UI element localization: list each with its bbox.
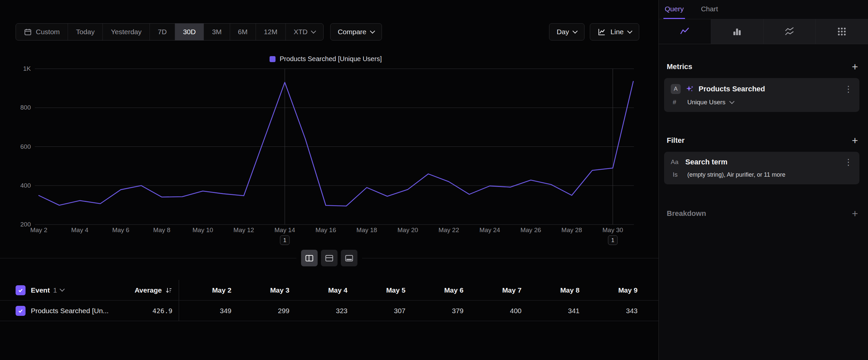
svg-text:May 16: May 16 xyxy=(315,226,336,233)
svg-text:May 8: May 8 xyxy=(153,226,170,233)
svg-text:600: 600 xyxy=(20,143,31,150)
layout-toggle-group xyxy=(297,250,362,266)
svg-text:1: 1 xyxy=(283,237,286,244)
add-breakdown-button[interactable]: + xyxy=(852,209,858,218)
row-checkbox[interactable] xyxy=(16,306,26,316)
date-column-header: May 9 xyxy=(580,286,638,294)
date-column-header: May 6 xyxy=(405,286,464,294)
add-filter-button[interactable]: + xyxy=(852,136,858,145)
chevron-down-icon xyxy=(572,28,578,33)
stacked-line-chart-type-button[interactable] xyxy=(764,19,816,44)
metric-icon xyxy=(837,26,847,37)
date-range-label: Custom xyxy=(36,28,60,36)
compare-button[interactable]: Compare xyxy=(330,23,382,40)
metric-type-button[interactable] xyxy=(816,19,868,44)
svg-text:May 26: May 26 xyxy=(521,226,541,233)
tab-chart[interactable]: Chart xyxy=(700,0,719,19)
text-property-icon: Aa xyxy=(671,159,681,166)
svg-text:May 4: May 4 xyxy=(71,226,89,233)
event-count: 1 xyxy=(53,286,57,294)
svg-text:1K: 1K xyxy=(23,65,31,72)
hash-icon: # xyxy=(673,99,683,106)
date-range-yesterday[interactable]: Yesterday xyxy=(103,24,150,40)
chart-legend-item[interactable]: Products Searched [Unique Users] xyxy=(16,55,636,63)
chart-toolbar: Custom Today Yesterday 7D 30D 3M 6M 12M … xyxy=(16,23,639,40)
filter-section-header: Filter + xyxy=(667,136,858,145)
metrics-section-header: Metrics + xyxy=(667,62,858,72)
layout-split-icon xyxy=(305,253,314,263)
value-cell: 400 xyxy=(464,307,522,315)
layout-split-horizontal-button[interactable] xyxy=(321,250,338,266)
filter-value: (empty string), Air purifier, or 11 more xyxy=(687,171,785,178)
more-options-icon[interactable]: ⋮ xyxy=(844,158,853,166)
average-header-label: Average xyxy=(134,286,162,294)
date-range-custom[interactable]: Custom xyxy=(16,24,68,40)
svg-text:May 14: May 14 xyxy=(275,226,296,233)
query-panel: Query Chart Metrics + xyxy=(659,0,868,360)
select-all-checkbox[interactable] xyxy=(16,285,26,295)
line-chart[interactable]: 1K80060040020011May 2May 4May 6May 8May … xyxy=(16,63,636,249)
add-metric-button[interactable]: + xyxy=(852,62,858,72)
value-cell: 341 xyxy=(522,307,580,315)
value-cell: 379 xyxy=(405,307,464,315)
date-range-today[interactable]: Today xyxy=(68,24,103,40)
date-range-30d[interactable]: 30D xyxy=(175,24,204,40)
svg-text:May 22: May 22 xyxy=(438,226,459,233)
filter-operator: Is xyxy=(673,171,683,178)
legend-label: Products Searched [Unique Users] xyxy=(280,55,382,63)
table-header-row: Event 1 Average May 2 May 3 May 4 May 5 … xyxy=(0,280,658,301)
layout-split-vertical-button[interactable] xyxy=(301,250,318,266)
event-column-header[interactable]: Event 1 xyxy=(31,286,114,294)
average-value: 426.9 xyxy=(153,307,173,315)
value-cell: 307 xyxy=(347,307,405,315)
filter-card[interactable]: Aa Search term ⋮ Is (empty string), Air … xyxy=(664,152,859,184)
chevron-down-icon xyxy=(311,28,316,33)
table-row: Products Searched [Un... 426.9 349 299 3… xyxy=(0,301,658,321)
aggregation-selector[interactable]: # Unique Users xyxy=(671,99,853,106)
date-range-3m[interactable]: 3M xyxy=(204,24,230,40)
date-range-selector: Custom Today Yesterday 7D 30D 3M 6M 12M … xyxy=(16,23,323,40)
date-range-12m[interactable]: 12M xyxy=(256,24,286,40)
chevron-down-icon xyxy=(730,99,735,104)
date-column-header: May 2 xyxy=(179,286,231,294)
line-chart-icon xyxy=(679,26,690,37)
aggregation-label: Unique Users xyxy=(687,99,725,106)
svg-text:May 12: May 12 xyxy=(234,226,254,233)
filter-property-name: Search term xyxy=(685,158,839,166)
metric-card[interactable]: A Products Searched ⋮ # Unique Users xyxy=(664,78,859,112)
chevron-down-icon xyxy=(60,286,65,292)
series-name: Products Searched [Un... xyxy=(31,307,109,315)
date-range-7d[interactable]: 7D xyxy=(150,24,175,40)
chart-type-dropdown[interactable]: Line xyxy=(590,23,639,40)
svg-text:May 30: May 30 xyxy=(602,226,623,233)
bar-chart-type-button[interactable] xyxy=(711,19,764,44)
layout-bottom-panel-button[interactable] xyxy=(341,250,358,266)
layout-bottom-icon xyxy=(344,253,354,263)
calendar-icon xyxy=(24,28,32,36)
bar-chart-icon xyxy=(732,26,742,37)
panel-tabs: Query Chart xyxy=(659,0,868,19)
breakdown-title: Breakdown xyxy=(667,209,706,218)
filter-condition[interactable]: Is (empty string), Air purifier, or 11 m… xyxy=(671,171,853,178)
svg-text:May 18: May 18 xyxy=(356,226,377,233)
svg-text:May 28: May 28 xyxy=(561,226,582,233)
date-column-header: May 3 xyxy=(231,286,289,294)
breakdown-section-header: Breakdown + xyxy=(667,209,858,218)
date-range-xtd[interactable]: XTD xyxy=(286,24,323,40)
metric-name: Products Searched xyxy=(699,85,839,93)
svg-text:200: 200 xyxy=(20,221,31,228)
tab-query[interactable]: Query xyxy=(663,0,685,19)
more-options-icon[interactable]: ⋮ xyxy=(844,85,853,93)
date-column-header: May 5 xyxy=(347,286,405,294)
line-chart-type-button[interactable] xyxy=(659,19,711,44)
event-header-label: Event xyxy=(31,286,50,294)
value-cell: 299 xyxy=(231,307,289,315)
report-canvas: Custom Today Yesterday 7D 30D 3M 6M 12M … xyxy=(0,0,659,360)
date-range-6m[interactable]: 6M xyxy=(230,24,256,40)
stacked-line-chart-icon xyxy=(784,26,795,37)
granularity-dropdown[interactable]: Day xyxy=(549,23,585,40)
value-cell: 349 xyxy=(179,307,231,315)
value-cell: 343 xyxy=(580,307,638,315)
average-column-header[interactable]: Average xyxy=(114,286,173,294)
table-column-divider xyxy=(173,301,179,321)
